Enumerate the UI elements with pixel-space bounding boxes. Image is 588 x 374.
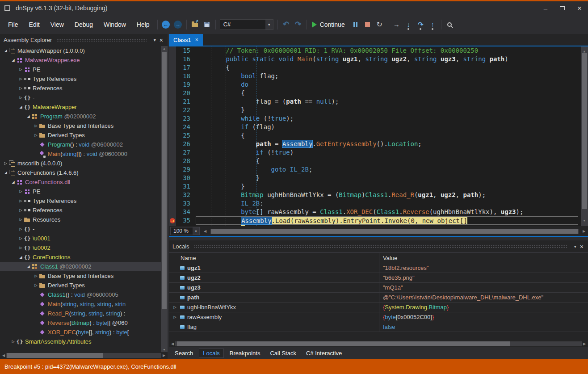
locals-row[interactable]: ugz3"mQ1a": [169, 283, 588, 293]
code-line[interactable]: 21 flag = (path == null);: [169, 97, 588, 106]
tree-item[interactable]: ◢CoreFunctions.dll: [0, 177, 168, 187]
navigate-back-button[interactable]: ←: [160, 19, 172, 30]
breakpoint-gutter[interactable]: [169, 72, 176, 80]
code-line[interactable]: 34 byte[] rawAssembly = Class1.XOR_DEC(C…: [169, 208, 588, 216]
open-file-button[interactable]: [189, 19, 201, 30]
code-text[interactable]: public static void Main(string ugz1, str…: [196, 55, 508, 63]
tree-item[interactable]: ▷Base Type and Interfaces: [0, 271, 168, 281]
variable-name-cell[interactable]: flag: [169, 322, 379, 332]
code-line[interactable]: 26 path = Assembly.GetEntryAssembly().Lo…: [169, 140, 588, 148]
breakpoint-gutter[interactable]: [169, 106, 176, 114]
tree-item[interactable]: ▷PE: [0, 65, 168, 74]
expander-icon[interactable]: ◢: [10, 180, 16, 184]
expander-icon[interactable]: ▷: [18, 236, 24, 240]
editor-horizontal-scrollbar[interactable]: [210, 229, 579, 234]
breakpoint-gutter[interactable]: [169, 97, 176, 106]
code-text[interactable]: {: [196, 89, 245, 97]
scroll-down-icon[interactable]: ▼: [581, 217, 588, 225]
scroll-down-icon[interactable]: ▼: [161, 348, 168, 351]
tree-item[interactable]: ◢MalwareWrapper (1.0.0.0): [0, 46, 168, 55]
chevron-down-icon[interactable]: ▾: [265, 20, 273, 29]
expander-icon[interactable]: ◢: [18, 255, 24, 259]
code-text[interactable]: byte[] rawAssembly = Class1.XOR_DEC(Clas…: [196, 208, 523, 216]
step-into-button[interactable]: ↓: [403, 19, 415, 30]
code-line[interactable]: 15 // Token: 0x06000001 RID: 1 RVA: 0x00…: [169, 46, 588, 55]
tool-tab-c-interactive[interactable]: C# Interactive: [302, 349, 346, 358]
menu-help[interactable]: Help: [131, 19, 155, 30]
breakpoint-gutter[interactable]: [169, 114, 176, 123]
close-button[interactable]: ×: [577, 4, 582, 12]
code-line[interactable]: 32 Bitmap ughHbnBnaWtlYkx = (Bitmap)Clas…: [169, 191, 588, 199]
variable-name-cell[interactable]: ▷ughHbnBnaWtlYkx: [169, 303, 379, 312]
locals-row[interactable]: flagfalse: [169, 322, 588, 332]
locals-row[interactable]: ugz1"18bf2.resources": [169, 263, 588, 273]
tree-item[interactable]: Main(string[]) : void @0600000: [0, 149, 168, 159]
tree-vertical-scrollbar[interactable]: ▲ ▼: [161, 46, 168, 352]
breakpoint-gutter[interactable]: [169, 157, 176, 165]
tree-item[interactable]: ▷mscorlib (4.0.0.0): [0, 159, 168, 168]
expander-icon[interactable]: ▷: [33, 283, 39, 287]
close-panel-icon[interactable]: ×: [579, 243, 584, 250]
tree-item[interactable]: ◢{}MalwareWrapper: [0, 102, 168, 112]
expander-icon[interactable]: ◢: [3, 171, 8, 175]
tree-item[interactable]: XOR_DEC(byte[], string) : byte[: [0, 328, 168, 337]
code-text[interactable]: {: [196, 131, 245, 140]
scroll-right-icon[interactable]: ▶: [582, 342, 587, 346]
variable-value-cell[interactable]: "18bf2.resources": [379, 263, 588, 273]
tree-item[interactable]: ◢Program @02000002: [0, 112, 168, 121]
scroll-right-icon[interactable]: ▶: [161, 353, 167, 357]
code-line[interactable]: 25 {: [169, 131, 588, 140]
code-line[interactable]: 29 goto IL_2B;: [169, 165, 588, 174]
expander-icon[interactable]: ▷: [33, 124, 39, 128]
breakpoint-gutter[interactable]: [169, 182, 176, 191]
breakpoint-gutter[interactable]: [169, 216, 176, 225]
code-line[interactable]: 33 IL_2B:: [169, 199, 588, 208]
code-line[interactable]: 31 }: [169, 182, 588, 191]
breakpoint-gutter[interactable]: [169, 148, 176, 157]
step-over-button[interactable]: ↷: [415, 19, 427, 30]
variable-name-cell[interactable]: ugz2: [169, 273, 379, 282]
expander-icon[interactable]: ▷: [172, 315, 177, 319]
code-line[interactable]: 23 while (!true);: [169, 114, 588, 123]
variable-name-cell[interactable]: ugz3: [169, 283, 379, 292]
tree-item[interactable]: ▷Type References: [0, 74, 168, 84]
code-text[interactable]: {: [196, 157, 260, 165]
expander-icon[interactable]: ▷: [18, 199, 24, 203]
expander-icon[interactable]: ▷: [18, 208, 24, 212]
code-text[interactable]: goto IL_2B;: [196, 165, 312, 174]
navigate-forward-button[interactable]: →: [172, 19, 184, 30]
panel-menu-icon[interactable]: ▾: [151, 38, 159, 42]
code-text[interactable]: if (flag): [196, 123, 275, 131]
column-value[interactable]: Value: [379, 255, 588, 261]
language-select[interactable]: C# ▾: [220, 19, 273, 30]
tree-item[interactable]: Read_R(string, string, string) :: [0, 309, 168, 318]
restart-button[interactable]: ↻: [374, 19, 386, 30]
breakpoint-gutter[interactable]: [169, 225, 176, 226]
code-line[interactable]: 28 {: [169, 157, 588, 165]
locals-row[interactable]: path@"C:\Users\István\Desktop\malware_DH…: [169, 293, 588, 303]
scroll-left-icon[interactable]: ◀: [202, 229, 208, 233]
tree-item[interactable]: Main(string, string, string, strin: [0, 299, 168, 309]
tree-horizontal-scrollbar[interactable]: ◀ ▶: [0, 352, 168, 359]
expander-icon[interactable]: ◢: [25, 265, 31, 269]
close-panel-icon[interactable]: ×: [159, 37, 164, 44]
variable-value-cell[interactable]: {byte[0x00052C00]}: [379, 312, 588, 322]
breakpoint-gutter[interactable]: [169, 208, 176, 216]
show-next-statement-button[interactable]: →: [391, 19, 403, 30]
breakpoint-gutter[interactable]: [169, 174, 176, 182]
menu-edit[interactable]: Edit: [24, 19, 45, 30]
redo-button[interactable]: ↷: [292, 19, 304, 30]
code-line[interactable]: 17 {: [169, 63, 588, 72]
expander-icon[interactable]: ◢: [10, 58, 16, 62]
expander-icon[interactable]: ▷: [172, 305, 177, 309]
code-line[interactable]: 35 Assembly.Load(rawAssembly).EntryPoint…: [169, 216, 588, 225]
variable-value-cell[interactable]: "b6e35.png": [379, 273, 588, 282]
menu-file[interactable]: File: [3, 19, 24, 30]
close-tab-icon[interactable]: ×: [195, 37, 198, 43]
zoom-select[interactable]: 100 % ▾: [170, 227, 200, 235]
code-line[interactable]: 27 if (!true): [169, 148, 588, 157]
variable-value-cell[interactable]: false: [379, 322, 588, 332]
breakpoint-gutter[interactable]: [169, 131, 176, 140]
breakpoint-gutter[interactable]: [169, 191, 176, 199]
code-line[interactable]: 16 public static void Main(string ugz1, …: [169, 55, 588, 63]
